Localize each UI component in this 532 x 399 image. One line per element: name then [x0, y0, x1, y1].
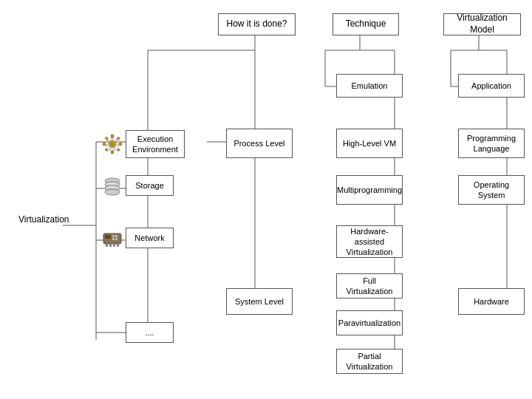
execution-environment-node: Execution Environment	[102, 130, 185, 158]
storage-box: Storage	[126, 175, 174, 196]
network-box: Network	[126, 228, 174, 248]
svg-point-54	[110, 142, 115, 146]
svg-rect-51	[105, 148, 109, 151]
svg-rect-68	[106, 244, 108, 247]
how-it-is-done-box: How it is done?	[218, 13, 296, 35]
svg-point-61	[105, 189, 120, 195]
emulation-box: Emulation	[336, 74, 403, 98]
svg-rect-69	[109, 244, 112, 247]
svg-rect-45	[111, 134, 114, 137]
dots-icon	[102, 322, 123, 343]
svg-rect-64	[112, 235, 115, 237]
svg-rect-52	[117, 148, 120, 151]
dots-node: ....	[102, 322, 174, 343]
process-level-box: Process Level	[226, 129, 293, 158]
svg-rect-71	[117, 244, 119, 247]
svg-rect-67	[115, 238, 117, 240]
paravirtualization-box: Paravirtualization	[336, 310, 403, 335]
high-level-vm-box: High-Level VM	[336, 129, 403, 158]
svg-rect-63	[105, 235, 111, 239]
diagram: How it is done? Technique Virtualization…	[0, 0, 532, 399]
svg-rect-50	[117, 137, 120, 140]
full-virtualization-box: Full Virtualization	[336, 273, 403, 299]
system-level-box: System Level	[226, 288, 293, 315]
svg-rect-47	[103, 143, 106, 146]
network-node: Network	[102, 228, 174, 248]
virtualization-model-box: Virtualization Model	[443, 13, 521, 35]
execution-environment-icon	[102, 134, 123, 154]
svg-rect-46	[111, 151, 114, 154]
network-icon	[102, 228, 123, 248]
storage-node: Storage	[102, 175, 174, 196]
hardware-box: Hardware	[458, 288, 525, 315]
diagram-lines	[0, 0, 532, 399]
svg-rect-66	[112, 238, 115, 240]
storage-icon	[102, 175, 123, 196]
operating-system-box: Operating System	[458, 175, 525, 205]
svg-rect-48	[119, 143, 122, 146]
multiprogramming-box: Multiprogramming	[336, 175, 403, 205]
svg-rect-65	[115, 235, 117, 237]
hardware-assisted-box: Hardware-assisted Virtualization	[336, 225, 403, 258]
execution-environment-box: Execution Environment	[126, 130, 185, 158]
application-box: Application	[458, 74, 525, 98]
dots-box: ....	[126, 322, 174, 343]
svg-rect-70	[113, 244, 115, 247]
virtualization-label: Virtualization	[18, 214, 69, 225]
technique-box: Technique	[332, 13, 399, 35]
partial-virtualization-box: Partial Virtualization	[336, 349, 403, 374]
programming-language-box: Programming Language	[458, 129, 525, 158]
